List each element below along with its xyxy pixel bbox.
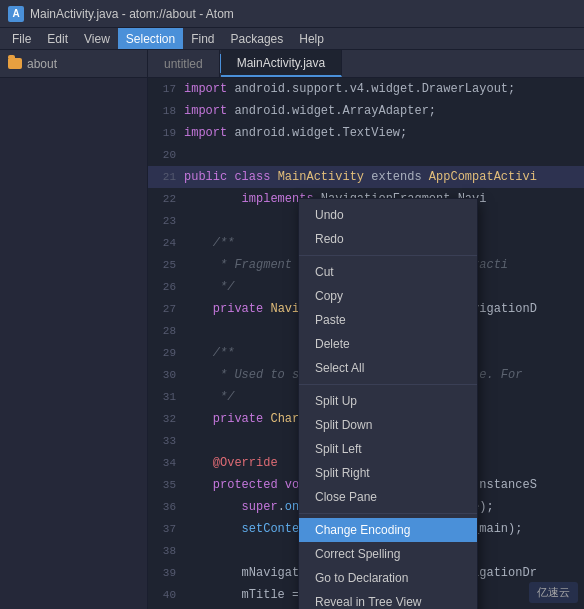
ctx-redo[interactable]: Redo (299, 227, 477, 251)
ctx-reveal-tree[interactable]: Reveal in Tree View (299, 590, 477, 609)
menu-find[interactable]: Find (183, 28, 222, 49)
ctx-goto-declaration[interactable]: Go to Declaration (299, 566, 477, 590)
folder-icon (8, 58, 22, 69)
app-icon: A (8, 6, 24, 22)
ctx-change-encoding[interactable]: Change Encoding (299, 518, 477, 542)
ctx-undo[interactable]: Undo (299, 203, 477, 227)
menu-bar: File Edit View Selection Find Packages H… (0, 28, 584, 50)
menu-file[interactable]: File (4, 28, 39, 49)
tab-bar: about untitled MainActivity.java (0, 50, 584, 78)
title-bar: A MainActivity.java - atom://about - Ato… (0, 0, 584, 28)
file-tree-header: about (0, 50, 148, 77)
watermark: 亿速云 (529, 582, 578, 603)
code-line-19: 19 import android.widget.TextView; (148, 122, 584, 144)
ctx-separator-2 (299, 384, 477, 385)
ctx-split-right[interactable]: Split Right (299, 461, 477, 485)
ctx-select-all[interactable]: Select All (299, 356, 477, 380)
code-line-18: 18 import android.widget.ArrayAdapter; (148, 100, 584, 122)
editor-area: 17 import android.support.v4.widget.Draw… (0, 78, 584, 609)
code-line-17: 17 import android.support.v4.widget.Draw… (148, 78, 584, 100)
ctx-split-down[interactable]: Split Down (299, 413, 477, 437)
ctx-split-left[interactable]: Split Left (299, 437, 477, 461)
ctx-correct-spelling[interactable]: Correct Spelling (299, 542, 477, 566)
editor-content[interactable]: 17 import android.support.v4.widget.Draw… (148, 78, 584, 609)
code-line-20: 20 (148, 144, 584, 166)
ctx-separator-1 (299, 255, 477, 256)
tab-untitled[interactable]: untitled (148, 50, 220, 77)
ctx-paste[interactable]: Paste (299, 308, 477, 332)
ctx-cut[interactable]: Cut (299, 260, 477, 284)
ctx-separator-3 (299, 513, 477, 514)
menu-packages[interactable]: Packages (223, 28, 292, 49)
tab-mainactivity[interactable]: MainActivity.java (221, 50, 342, 77)
ctx-split-up[interactable]: Split Up (299, 389, 477, 413)
folder-label: about (27, 57, 57, 71)
ctx-copy[interactable]: Copy (299, 284, 477, 308)
file-tree (0, 78, 148, 609)
code-line-21: 21 public class MainActivity extends App… (148, 166, 584, 188)
menu-selection[interactable]: Selection (118, 28, 183, 49)
menu-view[interactable]: View (76, 28, 118, 49)
window-title: MainActivity.java - atom://about - Atom (30, 7, 234, 21)
menu-help[interactable]: Help (291, 28, 332, 49)
menu-edit[interactable]: Edit (39, 28, 76, 49)
tab-section: untitled MainActivity.java (148, 50, 584, 77)
ctx-close-pane[interactable]: Close Pane (299, 485, 477, 509)
ctx-delete[interactable]: Delete (299, 332, 477, 356)
context-menu: Undo Redo Cut Copy Paste Delete Select A… (298, 198, 478, 609)
